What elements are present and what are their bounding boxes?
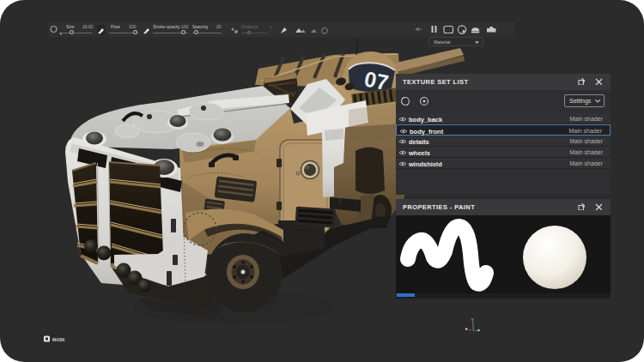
svg-text:Y: Y [471,317,475,323]
svg-text:MASK: MASK [52,337,65,342]
